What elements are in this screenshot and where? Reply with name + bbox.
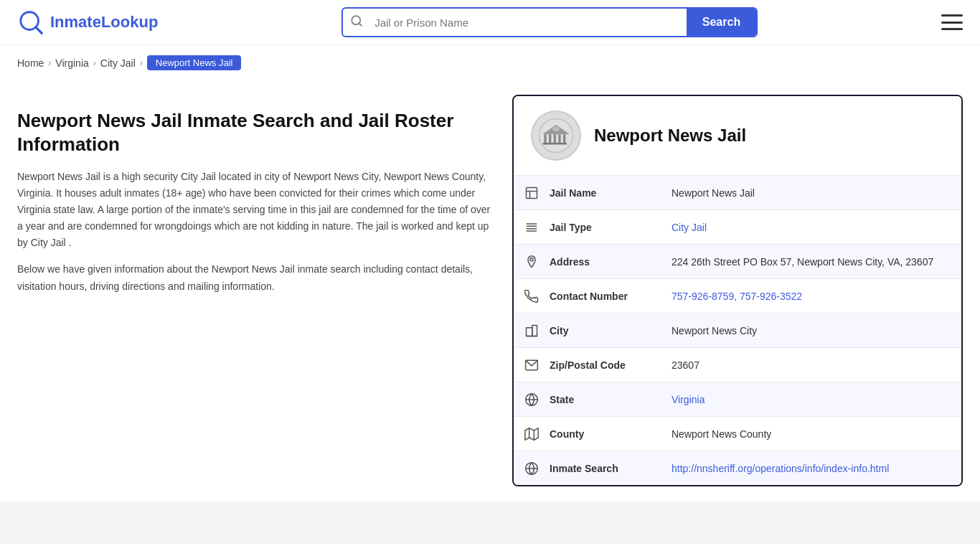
breadcrumb-chevron-2: › bbox=[93, 58, 96, 68]
search-globe-icon bbox=[514, 456, 550, 481]
left-panel: Newport News Jail Inmate Search and Jail… bbox=[17, 95, 491, 486]
svg-rect-10 bbox=[543, 143, 567, 145]
site-header: InmateLookup Search bbox=[0, 0, 980, 45]
phone-icon bbox=[514, 283, 550, 309]
hamburger-line-2 bbox=[941, 22, 963, 24]
logo-text: InmateLookup bbox=[50, 13, 158, 32]
search-wrapper: Search bbox=[341, 7, 758, 37]
jail-card-name: Newport News Jail bbox=[594, 126, 746, 146]
zip-icon bbox=[514, 352, 550, 378]
info-label: Zip/Postal Code bbox=[550, 354, 672, 377]
info-value-link[interactable]: 757-926-8759, 757-926-3522 bbox=[672, 291, 802, 302]
svg-rect-9 bbox=[563, 134, 565, 143]
breadcrumb-chevron-3: › bbox=[140, 58, 143, 68]
info-label: Address bbox=[550, 250, 672, 273]
info-value[interactable]: http://nnsheriff.org/operations/info/ind… bbox=[672, 457, 961, 480]
svg-point-20 bbox=[530, 258, 533, 260]
info-row: Jail NameNewport News Jail bbox=[514, 175, 961, 209]
info-value-link[interactable]: Virginia bbox=[672, 394, 705, 405]
pin-icon bbox=[514, 249, 550, 275]
info-value-link[interactable]: City Jail bbox=[672, 222, 707, 233]
info-value[interactable]: City Jail bbox=[672, 216, 961, 239]
globe-icon bbox=[514, 387, 550, 413]
info-label: Jail Name bbox=[550, 182, 672, 204]
jail-building-icon bbox=[538, 118, 574, 154]
hamburger-line-3 bbox=[941, 28, 963, 30]
footer-spacer bbox=[0, 501, 980, 544]
info-row: Jail TypeCity Jail bbox=[514, 209, 961, 244]
map-icon bbox=[514, 421, 550, 447]
page-title: Newport News Jail Inmate Search and Jail… bbox=[17, 109, 491, 156]
logo[interactable]: InmateLookup bbox=[17, 9, 158, 36]
info-value: Newport News City bbox=[672, 319, 961, 342]
info-value-link[interactable]: http://nnsheriff.org/operations/info/ind… bbox=[672, 463, 889, 474]
info-value: 224 26th Street PO Box 57, Newport News … bbox=[672, 250, 961, 273]
info-row: Contact Number757-926-8759, 757-926-3522 bbox=[514, 278, 961, 313]
info-row: CityNewport News City bbox=[514, 313, 961, 347]
info-row: Address224 26th Street PO Box 57, Newpor… bbox=[514, 244, 961, 278]
breadcrumb-chevron-1: › bbox=[48, 58, 51, 68]
svg-rect-6 bbox=[549, 134, 551, 143]
svg-marker-27 bbox=[525, 428, 538, 440]
list-icon bbox=[514, 215, 550, 240]
svg-rect-22 bbox=[532, 325, 537, 336]
svg-rect-21 bbox=[527, 327, 532, 336]
svg-rect-13 bbox=[527, 187, 537, 198]
logo-icon bbox=[17, 9, 44, 36]
jail-card-header: Newport News Jail bbox=[514, 96, 961, 175]
main-content: Newport News Jail Inmate Search and Jail… bbox=[0, 80, 980, 501]
right-panel: Newport News Jail Jail NameNewport News … bbox=[512, 95, 963, 486]
search-button[interactable]: Search bbox=[687, 9, 756, 36]
svg-line-1 bbox=[36, 27, 42, 34]
svg-line-3 bbox=[359, 23, 362, 25]
info-value[interactable]: 757-926-8759, 757-926-3522 bbox=[672, 285, 961, 308]
svg-rect-7 bbox=[554, 134, 556, 143]
info-row: Inmate Searchhttp://nnsheriff.org/operat… bbox=[514, 451, 961, 485]
info-label: County bbox=[550, 423, 672, 446]
city-icon bbox=[514, 318, 550, 344]
info-row: CountyNewport News County bbox=[514, 416, 961, 451]
info-value: 23607 bbox=[672, 354, 961, 377]
hamburger-line-1 bbox=[941, 14, 963, 17]
info-label: Contact Number bbox=[550, 285, 672, 308]
page-description-2: Below we have given information about th… bbox=[17, 261, 491, 294]
info-value[interactable]: Virginia bbox=[672, 388, 961, 411]
svg-rect-5 bbox=[544, 134, 546, 143]
info-label: City bbox=[550, 319, 672, 342]
info-row: StateVirginia bbox=[514, 382, 961, 416]
info-value: Newport News County bbox=[672, 423, 961, 446]
search-icon bbox=[343, 14, 370, 30]
svg-rect-8 bbox=[558, 134, 560, 143]
info-label: Inmate Search bbox=[550, 457, 672, 480]
svg-point-12 bbox=[552, 127, 560, 132]
jail-avatar bbox=[531, 110, 581, 161]
page-description-1: Newport News Jail is a high security Cit… bbox=[17, 169, 491, 251]
menu-hamburger[interactable] bbox=[941, 14, 963, 30]
jail-card: Newport News Jail Jail NameNewport News … bbox=[512, 95, 963, 486]
info-label: Jail Type bbox=[550, 216, 672, 239]
jail-info-table: Jail NameNewport News JailJail TypeCity … bbox=[514, 175, 961, 485]
search-input[interactable] bbox=[370, 9, 687, 36]
info-row: Zip/Postal Code23607 bbox=[514, 347, 961, 382]
search-area: Search bbox=[341, 7, 758, 37]
breadcrumb-current: Newport News Jail bbox=[147, 55, 242, 70]
info-value: Newport News Jail bbox=[672, 182, 961, 204]
info-label: State bbox=[550, 388, 672, 411]
breadcrumb-virginia[interactable]: Virginia bbox=[55, 57, 88, 69]
breadcrumb: Home › Virginia › City Jail › Newport Ne… bbox=[0, 45, 980, 80]
breadcrumb-city-jail[interactable]: City Jail bbox=[100, 57, 136, 69]
building-icon bbox=[514, 180, 550, 206]
breadcrumb-home[interactable]: Home bbox=[17, 57, 44, 69]
